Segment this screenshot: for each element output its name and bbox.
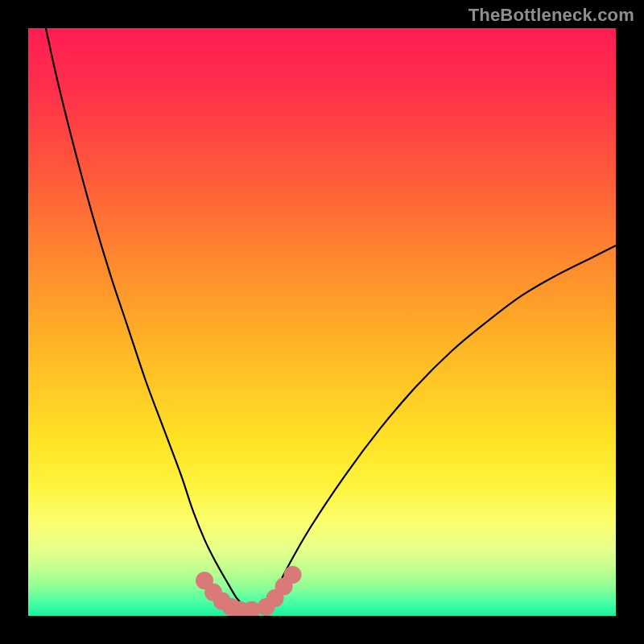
bottleneck-curve (28, 28, 616, 616)
watermark: TheBottleneck.com (469, 5, 634, 26)
data-point (284, 566, 302, 584)
plot-area (28, 28, 616, 616)
chart-frame: TheBottleneck.com (0, 0, 644, 644)
